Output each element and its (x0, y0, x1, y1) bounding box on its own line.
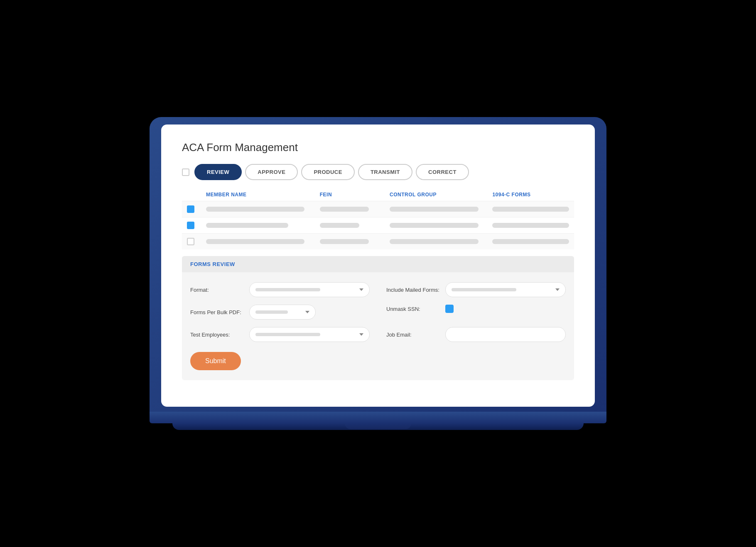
format-select-value (255, 288, 320, 291)
test-employees-field-row: Test Employees: (190, 327, 370, 342)
job-email-field-row: Job Email: (386, 327, 566, 342)
job-email-label: Job Email: (386, 332, 440, 338)
col-header-control-group: CONTROL GROUP (390, 192, 488, 198)
format-select-chevron (359, 288, 363, 291)
format-field-row: Format: (190, 282, 370, 297)
unmask-ssn-label: Unmask SSN: (386, 306, 440, 312)
tab-correct[interactable]: CORRECT (416, 164, 469, 180)
forms-per-bulk-select[interactable] (249, 305, 316, 320)
table-header: MEMBER NAME FEIN CONTROL GROUP 1094-C FO… (182, 188, 574, 201)
cell-control-group-2 (390, 223, 479, 228)
cell-1094c-1 (492, 207, 569, 212)
forms-review-body: Format: Include Mailed Forms: (182, 272, 574, 380)
unmask-ssn-checkbox[interactable] (445, 305, 454, 313)
col-header-1094c: 1094-C FORMS (492, 192, 569, 198)
cell-control-group-3 (390, 239, 479, 244)
form-fields-grid: Format: Include Mailed Forms: (190, 282, 566, 342)
row-checkbox-2[interactable] (187, 222, 194, 229)
test-employees-label: Test Employees: (190, 332, 244, 338)
test-employees-chevron (359, 333, 363, 336)
tabs-row: REVIEW APPROVE PRODUCE TRANSMIT CORRECT (182, 164, 574, 180)
include-mailed-value (452, 288, 516, 291)
header-select-all-checkbox[interactable] (182, 168, 189, 176)
forms-per-bulk-chevron (305, 311, 309, 313)
forms-per-bulk-label: Forms Per Bulk PDF: (190, 309, 244, 315)
include-mailed-label: Include Mailed Forms: (386, 287, 440, 293)
test-employees-value (255, 333, 320, 336)
table-row (182, 217, 574, 233)
page-title: ACA Form Management (182, 141, 574, 154)
cell-member-name-2 (206, 223, 288, 228)
row-checkbox-3[interactable] (187, 238, 194, 245)
data-table: MEMBER NAME FEIN CONTROL GROUP 1094-C FO… (182, 188, 574, 249)
cell-fein-3 (320, 239, 369, 244)
unmask-ssn-field-row: Unmask SSN: (386, 305, 566, 320)
include-mailed-field-row: Include Mailed Forms: (386, 282, 566, 297)
forms-per-bulk-value (255, 310, 288, 314)
tab-transmit[interactable]: TRANSMIT (358, 164, 412, 180)
laptop-screen: ACA Form Management REVIEW APPROVE PRODU… (161, 125, 595, 407)
tab-produce[interactable]: PRODUCE (301, 164, 355, 180)
laptop-bezel: ACA Form Management REVIEW APPROVE PRODU… (150, 117, 606, 412)
test-employees-select[interactable] (249, 327, 370, 342)
col-header-member-name: MEMBER NAME (206, 192, 316, 198)
job-email-input[interactable] (445, 327, 566, 342)
tab-review[interactable]: REVIEW (194, 164, 242, 180)
cell-control-group-1 (390, 207, 479, 212)
laptop-base (150, 412, 606, 423)
format-select[interactable] (249, 282, 370, 297)
include-mailed-chevron (555, 288, 560, 291)
cell-1094c-3 (492, 239, 569, 244)
include-mailed-select[interactable] (445, 282, 566, 297)
cell-member-name-1 (206, 207, 304, 212)
col-header-fein: FEIN (320, 192, 385, 198)
forms-review-section: FORMS REVIEW Format: (182, 256, 574, 380)
cell-member-name-3 (206, 239, 304, 244)
laptop-wrapper: ACA Form Management REVIEW APPROVE PRODU… (150, 117, 606, 430)
cell-fein-2 (320, 223, 359, 228)
submit-button[interactable]: Submit (190, 352, 241, 370)
table-row (182, 233, 574, 249)
row-checkbox-1[interactable] (187, 205, 194, 213)
cell-1094c-2 (492, 223, 569, 228)
format-label: Format: (190, 287, 244, 293)
tab-approve[interactable]: APPROVE (245, 164, 298, 180)
cell-fein-1 (320, 207, 369, 212)
forms-review-header: FORMS REVIEW (182, 256, 574, 272)
table-row (182, 201, 574, 217)
forms-per-bulk-field-row: Forms Per Bulk PDF: (190, 305, 370, 320)
